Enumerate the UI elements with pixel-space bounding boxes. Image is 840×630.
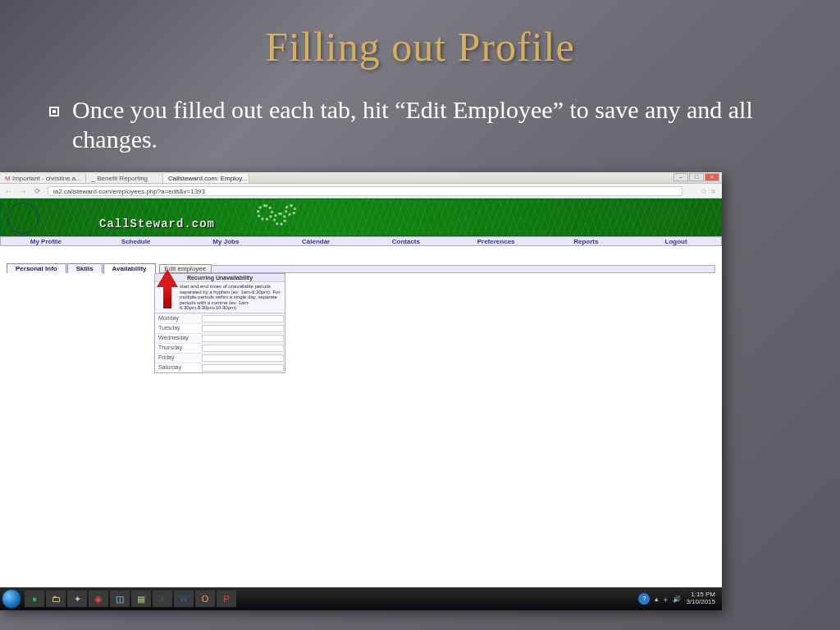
site-banner: CallSteward.com — [0, 199, 722, 236]
site-logo-icon — [7, 203, 39, 234]
profile-tabs: Personal Info Skills Availability Edit e… — [7, 262, 715, 273]
taskbar-explorer-icon[interactable]: 🗀 — [46, 591, 66, 607]
taskbar-app-icon[interactable]: ✦ — [67, 591, 87, 607]
taskbar-app-icon[interactable]: ▦ — [131, 591, 151, 607]
availability-hint: start and end times of unavailable perio… — [155, 282, 285, 313]
availability-row: Friday — [155, 353, 285, 363]
day-label: Monday — [155, 314, 201, 323]
system-clock[interactable]: 1:15 PM 3/10/2015 — [686, 591, 715, 606]
availability-input[interactable] — [202, 354, 284, 362]
day-label: Friday — [155, 354, 201, 363]
taskbar-app-icon[interactable]: ◫ — [110, 591, 130, 607]
availability-row: Saturday — [155, 363, 285, 372]
window-maximize-button[interactable]: □ — [689, 173, 704, 181]
day-label: Thursday — [155, 344, 201, 353]
availability-row: Monday — [155, 313, 285, 323]
taskbar-app-icon[interactable]: ● — [25, 591, 44, 607]
day-label: Saturday — [155, 363, 201, 372]
taskbar-outlook-icon[interactable]: O — [195, 591, 215, 607]
nav-preferences[interactable]: Preferences — [451, 237, 541, 245]
menu-icon[interactable]: ≡ — [711, 187, 715, 195]
day-label: Wednesday — [155, 334, 201, 343]
help-icon[interactable]: ? — [638, 593, 650, 605]
red-arrow-icon — [157, 267, 178, 308]
slide-bullet: Once you filled out each tab, hit “Edit … — [0, 71, 840, 162]
taskbar-excel-icon[interactable]: X — [153, 591, 172, 607]
availability-input[interactable] — [202, 345, 284, 352]
nav-schedule[interactable]: Schedule — [91, 237, 181, 245]
availability-row: Tuesday — [155, 323, 285, 333]
availability-input[interactable] — [202, 364, 284, 372]
nav-contacts[interactable]: Contacts — [361, 237, 451, 245]
availability-panel: Recurring Unavailability start and end t… — [154, 273, 285, 373]
show-hidden-icons[interactable]: ▴ — [655, 595, 659, 603]
taskbar-chrome-icon[interactable]: ◉ — [89, 591, 108, 607]
browser-toolbar: ← → ⟳ ia2.callsteward.com/employees.php?… — [0, 184, 722, 199]
availability-row: Thursday — [155, 343, 285, 353]
availability-input[interactable] — [202, 315, 284, 322]
bullet-text: Once you filled out each tab, hit “Edit … — [72, 95, 791, 154]
window-close-button[interactable]: × — [705, 173, 719, 181]
tab-filler — [212, 265, 715, 273]
bullet-icon — [49, 107, 59, 116]
reload-button[interactable]: ⟳ — [33, 187, 43, 195]
nav-my-profile[interactable]: My Profile — [1, 237, 91, 245]
volume-icon[interactable]: 🔊 — [673, 596, 681, 603]
slide-title: Filling out Profile — [0, 0, 840, 71]
availability-row: Wednesday — [155, 333, 285, 343]
gears-icon — [255, 203, 304, 234]
availability-input[interactable] — [202, 335, 284, 342]
back-button[interactable]: ← — [3, 187, 13, 195]
taskbar-powerpoint-icon[interactable]: P — [217, 591, 236, 607]
taskbar-word-icon[interactable]: W — [174, 591, 194, 607]
browser-tab[interactable]: ⎯ Benefit Reporting — [86, 174, 163, 183]
embedded-screenshot: M Important - christine.a... ⎯ Benefit R… — [0, 172, 722, 610]
availability-input[interactable] — [202, 325, 284, 332]
tab-personal-info[interactable]: Personal Info — [7, 263, 66, 273]
browser-tabstrip: M Important - christine.a... ⎯ Benefit R… — [0, 172, 722, 184]
nav-my-jobs[interactable]: My Jobs — [181, 237, 272, 245]
tab-skills[interactable]: Skills — [67, 263, 103, 273]
gmail-icon: M — [5, 175, 11, 182]
day-label: Tuesday — [155, 324, 201, 333]
address-bar[interactable]: ia2.callsteward.com/employees.php?a=edit… — [48, 186, 682, 196]
nav-reports[interactable]: Reports — [541, 237, 632, 245]
window-minimize-button[interactable]: – — [673, 173, 688, 181]
nav-logout[interactable]: Logout — [631, 237, 721, 245]
start-button[interactable] — [2, 589, 21, 609]
browser-tab[interactable]: M Important - christine.a... — [0, 174, 86, 183]
tab-icon: ⎯ — [91, 175, 95, 182]
site-brand: CallSteward.com — [99, 217, 215, 231]
nav-calendar[interactable]: Calendar — [271, 237, 361, 245]
windows-taskbar: ● 🗀 ✦ ◉ ◫ ▦ X W O P ? ▴ ⏚ 🔊 1:15 PM 3/10… — [0, 587, 722, 610]
forward-button[interactable]: → — [18, 187, 28, 195]
main-nav: My Profile Schedule My Jobs Calendar Con… — [0, 236, 722, 246]
tab-availability[interactable]: Availability — [103, 263, 156, 274]
network-icon[interactable]: ⏚ — [664, 596, 668, 603]
star-icon[interactable]: ☆ — [701, 187, 707, 195]
browser-tab-active[interactable]: Callsteward.com: Employ... — [163, 174, 249, 183]
